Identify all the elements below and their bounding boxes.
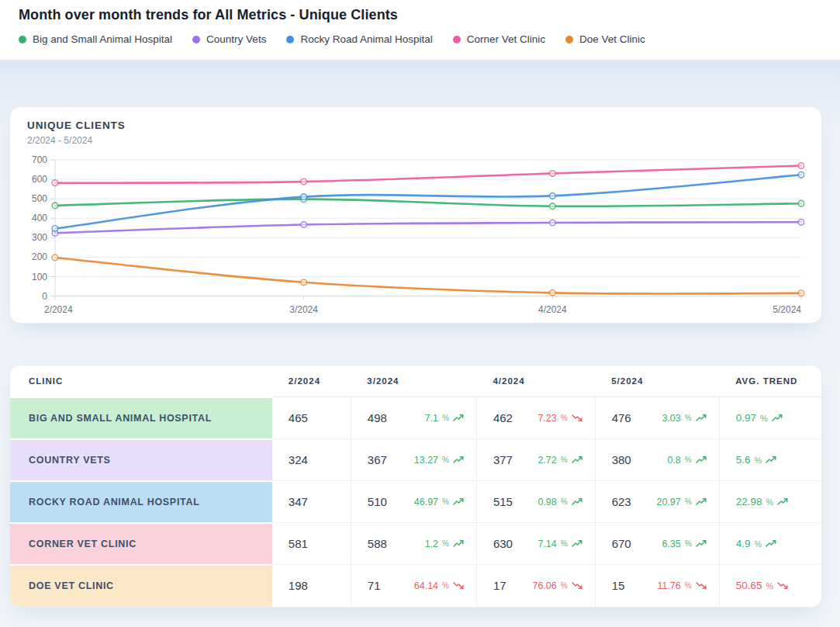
legend-item-label: Corner Vet Clinic — [467, 33, 545, 45]
trending-up-icon — [453, 497, 464, 506]
svg-text:100: 100 — [32, 272, 47, 282]
avg-trend-cell: 22.98% — [719, 481, 821, 523]
chart-legend: Big and Small Animal Hospital Country Ve… — [19, 33, 821, 45]
trending-up-icon — [766, 539, 776, 548]
percent-change-up: 6.35% — [662, 539, 706, 549]
percent-change-up: 4.9% — [736, 538, 776, 549]
percent-change-down: 7.23% — [538, 413, 582, 424]
svg-text:4/2024: 4/2024 — [538, 304, 567, 315]
percent-change-down: 50.65% — [736, 580, 788, 591]
clinic-name-cell: DOE VET CLINIC — [10, 565, 272, 607]
trending-up-icon — [572, 456, 582, 464]
month-value-cell: 62320.97% — [595, 481, 719, 523]
month-value-cell: 1776.06% — [476, 565, 595, 607]
trending-up-icon — [453, 414, 464, 422]
legend-dot-icon — [19, 36, 26, 43]
month-value-cell: 465 — [272, 397, 351, 439]
legend-dot-icon — [453, 36, 461, 43]
percent-change-up: 0.97% — [736, 412, 783, 424]
month-value-cell: 6706.35% — [595, 523, 719, 565]
page-title: Month over month trends for All Metrics … — [19, 7, 821, 23]
legend-item[interactable]: Rocky Road Animal Hospital — [286, 33, 432, 45]
trending-up-icon — [696, 414, 707, 422]
svg-text:5/2024: 5/2024 — [773, 304, 801, 315]
trending-down-icon — [453, 581, 464, 590]
month-value-cell: 5150.98% — [476, 481, 595, 523]
legend-dot-icon — [565, 36, 573, 43]
legend-dot-icon — [192, 36, 200, 43]
avg-trend-cell: 0.97% — [719, 397, 821, 439]
percent-change-up: 46.97% — [414, 497, 464, 507]
svg-text:500: 500 — [32, 193, 47, 204]
month-value-cell: 324 — [272, 439, 351, 481]
month-value-cell: 5881.2% — [351, 523, 476, 565]
percent-change-down: 64.14% — [414, 580, 464, 591]
month-value-cell: 347 — [272, 481, 351, 523]
percent-change-up: 20.97% — [656, 497, 706, 507]
header-month-1: 2/2024 — [272, 365, 351, 397]
trending-up-icon — [696, 497, 707, 506]
legend-item[interactable]: Doe Vet Clinic — [565, 33, 645, 45]
table-row: DOE VET CLINIC 198 7164.14% 1776.06% 151… — [10, 565, 821, 607]
month-value-cell: 6307.14% — [476, 523, 595, 565]
percent-change-up: 13.27% — [414, 455, 464, 466]
avg-trend-cell: 5.6% — [719, 439, 821, 481]
trending-up-icon — [572, 497, 582, 506]
avg-trend-cell: 4.9% — [719, 523, 821, 565]
table-row: ROCKY ROAD ANIMAL HOSPITAL 347 51046.97%… — [10, 481, 821, 523]
legend-item-label: Rocky Road Animal Hospital — [300, 33, 432, 45]
table-header-row: CLINIC 2/2024 3/2024 4/2024 5/2024 AVG. … — [10, 365, 821, 397]
legend-item[interactable]: Country Vets — [192, 33, 266, 45]
percent-change-down: 76.06% — [532, 580, 582, 591]
svg-text:400: 400 — [32, 213, 47, 223]
clinic-name-cell: ROCKY ROAD ANIMAL HOSPITAL — [10, 481, 272, 523]
month-value-cell: 7164.14% — [351, 565, 476, 607]
percent-change-up: 1.2% — [425, 539, 464, 549]
percent-change-up: 7.1% — [425, 413, 464, 424]
percent-change-up: 5.6% — [736, 454, 776, 466]
percent-change-up: 22.98% — [736, 496, 788, 507]
table-row: CORNER VET CLINIC 581 5881.2% 6307.14% 6… — [10, 523, 821, 565]
trending-down-icon — [777, 581, 788, 590]
percent-change-up: 7.14% — [538, 539, 582, 549]
line-chart[interactable]: 01002003004005006007002/20243/20244/2024… — [27, 152, 804, 318]
legend-item-label: Doe Vet Clinic — [579, 33, 645, 45]
month-value-cell: 51046.97% — [351, 481, 476, 523]
clinic-name-cell: BIG AND SMALL ANIMAL HOSPITAL — [10, 397, 272, 439]
month-value-cell: 3772.72% — [476, 439, 595, 481]
month-value-cell: 581 — [272, 523, 351, 565]
trending-up-icon — [772, 414, 783, 422]
month-value-cell: 3800.8% — [595, 439, 719, 481]
table-row: BIG AND SMALL ANIMAL HOSPITAL 465 4987.1… — [10, 397, 821, 439]
legend-dot-icon — [286, 36, 294, 43]
percent-change-up: 0.8% — [667, 455, 706, 466]
chart-card-subtitle: 2/2024 - 5/2024 — [27, 135, 804, 146]
month-value-cell: 198 — [272, 565, 351, 607]
svg-text:200: 200 — [32, 251, 47, 262]
legend-item-label: Country Vets — [206, 33, 266, 45]
svg-text:2/2024: 2/2024 — [44, 304, 73, 315]
header-clinic: CLINIC — [10, 365, 272, 397]
trending-up-icon — [766, 456, 776, 464]
clinic-name-cell: CORNER VET CLINIC — [10, 523, 272, 565]
header-month-3: 4/2024 — [476, 365, 595, 397]
avg-trend-cell: 50.65% — [719, 565, 821, 607]
month-value-cell: 1511.76% — [595, 565, 719, 607]
metrics-table-card: CLINIC 2/2024 3/2024 4/2024 5/2024 AVG. … — [9, 365, 822, 608]
legend-item[interactable]: Big and Small Animal Hospital — [19, 33, 172, 45]
svg-text:0: 0 — [42, 291, 47, 302]
legend-item[interactable]: Corner Vet Clinic — [453, 33, 545, 45]
header-month-4: 5/2024 — [595, 365, 719, 397]
percent-change-up: 0.98% — [538, 497, 582, 507]
chart-card-title: UNIQUE CLIENTS — [27, 120, 804, 131]
trending-up-icon — [453, 456, 464, 464]
trending-up-icon — [572, 539, 582, 548]
trending-down-icon — [696, 581, 707, 590]
svg-text:300: 300 — [32, 232, 47, 243]
month-value-cell: 4763.03% — [595, 397, 719, 439]
header-avg-trend: AVG. TREND — [719, 365, 821, 397]
content: UNIQUE CLIENTS 2/2024 - 5/2024 010020030… — [0, 60, 840, 627]
month-value-cell: 4627.23% — [476, 397, 595, 439]
percent-change-down: 11.76% — [657, 580, 706, 591]
clinic-name-cell: COUNTRY VETS — [10, 439, 272, 481]
